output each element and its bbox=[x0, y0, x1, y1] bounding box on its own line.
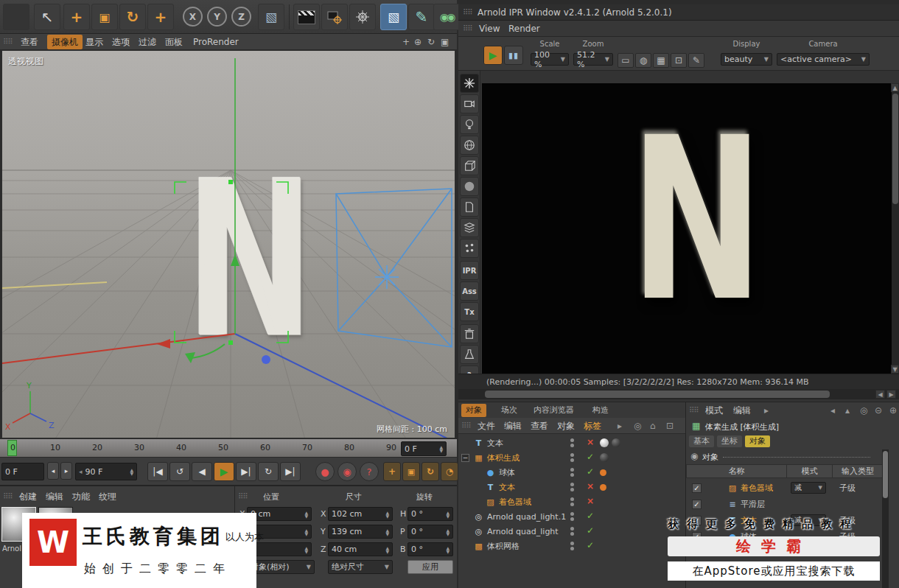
tab-coordinates[interactable]: 坐标 bbox=[717, 435, 742, 447]
stepper-arrows[interactable]: ▲▼ bbox=[130, 468, 133, 475]
pos-z-field[interactable]: ▲▼ bbox=[247, 542, 312, 556]
sphere-icon[interactable] bbox=[460, 177, 479, 196]
enabled-mark[interactable]: ✓ bbox=[587, 452, 594, 462]
stepper-arrows[interactable]: ▲▼ bbox=[385, 511, 389, 518]
tree-row-quad-light[interactable]: ◎ Arnold quad_light ✓ bbox=[458, 524, 685, 539]
mode-dropdown[interactable]: 减▼ bbox=[791, 482, 826, 494]
menu-panel[interactable]: 面板 bbox=[165, 34, 183, 50]
disabled-mark[interactable]: × bbox=[587, 437, 594, 447]
next-keyframe-button[interactable]: ↻ bbox=[258, 462, 279, 481]
disabled-mark[interactable]: × bbox=[587, 496, 594, 506]
stepper-arrows[interactable]: ▲▼ bbox=[446, 528, 450, 536]
hscroll-thumb[interactable] bbox=[485, 391, 830, 398]
tree-row-shader-field[interactable]: ▨ 着色器域 × bbox=[458, 494, 685, 509]
panel-grip[interactable]: ⠿⠿ bbox=[463, 21, 472, 37]
add-primitive-cube-icon[interactable]: ▧ bbox=[380, 4, 407, 30]
attr-row-smooth-layer[interactable]: ✓ ≡ 平滑层 bbox=[686, 496, 884, 512]
region-icon[interactable]: ◍ bbox=[635, 53, 651, 68]
key-rotation-toggle[interactable]: ↻ bbox=[421, 462, 439, 481]
ipr-title-bar[interactable]: ⠿⠿ Arnold IPR Window v2.4.1.2 (Arnold 5.… bbox=[458, 4, 899, 21]
tab-takes[interactable]: 场次 bbox=[497, 404, 522, 417]
tab-objects[interactable]: 对象 bbox=[461, 404, 486, 417]
stepper-arrows[interactable]: ▲▼ bbox=[385, 546, 389, 553]
render-to-picture-viewer-icon[interactable] bbox=[321, 4, 348, 30]
perspective-viewport[interactable]: N bbox=[1, 50, 455, 438]
material-menu-function[interactable]: 功能 bbox=[72, 489, 90, 505]
render-view[interactable]: N bbox=[482, 83, 892, 374]
tree-row-label[interactable]: 文本 bbox=[487, 438, 503, 449]
goto-start-button[interactable]: |◀ bbox=[147, 462, 168, 481]
key-scale-toggle[interactable]: ▣ bbox=[402, 462, 420, 481]
coordinate-mode-dropdown[interactable]: 对象(相对)▼ bbox=[247, 560, 315, 574]
tree-row-label[interactable]: 体积网格 bbox=[487, 541, 520, 552]
stepper-arrows[interactable]: ▲▼ bbox=[304, 546, 308, 553]
visibility-dots[interactable] bbox=[570, 496, 574, 508]
tree-row-volume-mesher[interactable]: ▩ 体积网格 ✓ bbox=[458, 539, 685, 553]
panel-grip[interactable]: ⠿⠿ bbox=[238, 489, 248, 505]
stepper-arrows[interactable]: ▲▼ bbox=[439, 445, 443, 452]
current-frame-field[interactable]: 0 F bbox=[1, 463, 44, 480]
viewport-maximize-icon[interactable]: ▣ bbox=[441, 34, 449, 50]
render-hscrollbar[interactable]: ◀ ▶ bbox=[458, 389, 899, 399]
menu-filter[interactable]: 过滤 bbox=[139, 34, 156, 50]
enabled-mark[interactable]: ✓ bbox=[587, 525, 594, 536]
viewport-rotate-icon[interactable]: ↻ bbox=[427, 34, 435, 50]
prev-keyframe-button[interactable]: ↺ bbox=[169, 462, 190, 481]
stepper-arrows[interactable]: ▲▼ bbox=[446, 511, 450, 518]
ipr-button[interactable]: IPR bbox=[460, 261, 479, 280]
am-menu-mode[interactable]: 模式 bbox=[705, 402, 723, 419]
scroll-down-arrow[interactable]: ▼ bbox=[891, 365, 899, 374]
tab-content-browser[interactable]: 内容浏览器 bbox=[529, 404, 578, 417]
next-key-button[interactable]: ▸ bbox=[60, 462, 72, 480]
panel-grip[interactable]: ⠿⠿ bbox=[3, 34, 13, 50]
menu-camera[interactable]: 摄像机 bbox=[47, 35, 83, 49]
am-search-icon[interactable]: ◎ bbox=[860, 402, 867, 419]
tree-row-label[interactable]: 球体 bbox=[499, 467, 515, 478]
enabled-mark[interactable]: ✓ bbox=[587, 466, 594, 477]
cube-icon[interactable] bbox=[460, 156, 479, 175]
am-new-icon[interactable]: ⊕ bbox=[889, 402, 897, 419]
zoom-dropdown[interactable]: 51.2 %▼ bbox=[573, 53, 613, 66]
material-name-label[interactable]: Arnol bbox=[2, 545, 21, 553]
panel-grip[interactable]: ⠿⠿ bbox=[689, 402, 699, 419]
edit-render-settings-icon[interactable] bbox=[349, 4, 376, 30]
attr-row-name[interactable]: 平滑层 bbox=[741, 499, 765, 510]
render-vscrollbar[interactable]: ▲ ▼ bbox=[892, 83, 899, 374]
flask-icon[interactable] bbox=[460, 345, 479, 364]
enabled-mark[interactable]: ✓ bbox=[587, 540, 594, 550]
lock-y-axis-icon[interactable]: Y bbox=[207, 7, 227, 27]
am-more-icon[interactable]: ▸ bbox=[764, 402, 769, 419]
ipr-pause-button[interactable]: ▮▮ bbox=[504, 46, 523, 65]
enable-checkbox[interactable]: ✓ bbox=[692, 500, 702, 509]
size-z-field[interactable]: 40 cm ▲▼ bbox=[328, 542, 393, 556]
key-position-toggle[interactable]: + bbox=[383, 462, 401, 481]
record-keyframe-button[interactable]: ● bbox=[315, 462, 335, 481]
attr-row-shader-field[interactable]: ✓ ▨ 着色器域 减▼ 子级 bbox=[686, 480, 884, 496]
menu-prorender[interactable]: ProRender bbox=[193, 34, 239, 50]
tree-row-text-child[interactable]: T 文本 × bbox=[458, 480, 685, 494]
camera-dropdown[interactable]: <active camera>▼ bbox=[777, 53, 870, 66]
om-search-icon[interactable]: ◎ bbox=[634, 418, 641, 434]
am-back-icon[interactable]: ◂ bbox=[830, 402, 835, 419]
ipr-play-button[interactable]: ▶ bbox=[483, 46, 503, 65]
visibility-dots[interactable] bbox=[570, 437, 574, 449]
render-view-icon[interactable] bbox=[293, 4, 320, 30]
ad-overlay-right[interactable]: 获得更多免费精品教程 绘学霸 在AppStore或应用宝搜索下载 bbox=[668, 516, 880, 587]
am-menu-edit[interactable]: 编辑 bbox=[733, 402, 751, 419]
material-tag[interactable] bbox=[600, 453, 609, 462]
material-menu-texture[interactable]: 纹理 bbox=[99, 489, 116, 505]
ipr-menu-view[interactable]: View bbox=[479, 21, 500, 37]
phong-tag[interactable] bbox=[600, 469, 606, 476]
attribute-vscrollbar[interactable] bbox=[882, 449, 889, 588]
tree-row-label[interactable]: 文本 bbox=[499, 482, 515, 493]
light-bulb-icon[interactable] bbox=[460, 115, 479, 134]
ad-overlay-left[interactable]: W 王氏教育集团 以人为本 始创于二零零二年 bbox=[22, 513, 256, 588]
tree-row-quad-light-1[interactable]: ◎ Arnold quad_light.1 ✓ bbox=[458, 509, 685, 524]
end-frame-field[interactable]: 0 F ▲▼ bbox=[401, 441, 447, 456]
tree-row-sphere[interactable]: ● 球体 ✓ bbox=[458, 465, 685, 480]
range-dec-arrow[interactable]: ◂ bbox=[79, 468, 83, 475]
enable-checkbox[interactable]: ✓ bbox=[692, 483, 702, 493]
menu-display[interactable]: 显示 bbox=[85, 34, 103, 50]
lock-x-axis-icon[interactable]: X bbox=[183, 7, 203, 27]
stepper-arrows[interactable]: ▲▼ bbox=[385, 528, 389, 536]
